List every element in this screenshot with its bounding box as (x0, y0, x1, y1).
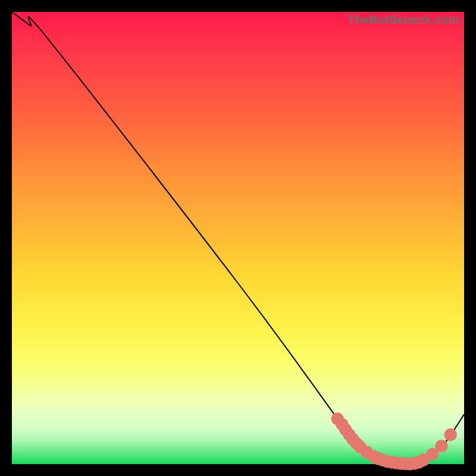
chart-svg (12, 12, 464, 464)
marker-dot (446, 431, 455, 439)
marker-dot (419, 456, 428, 464)
chart-frame: TheBottleneck.com (0, 0, 476, 476)
marker-dot (428, 450, 437, 458)
watermark-label: TheBottleneck.com (347, 13, 459, 27)
plot-area: TheBottleneck.com (12, 12, 464, 464)
marker-dot (437, 442, 446, 450)
bottleneck-curve (12, 12, 464, 464)
marker-group (333, 415, 455, 468)
